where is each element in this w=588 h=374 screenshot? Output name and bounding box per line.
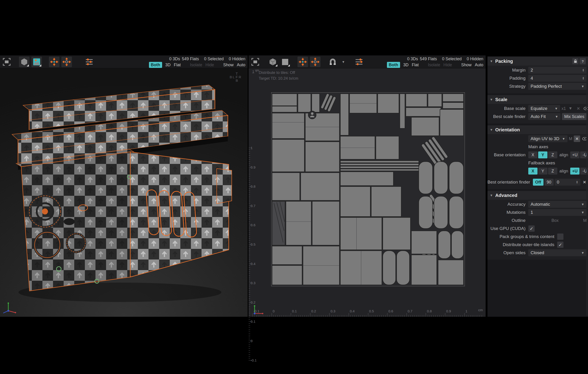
snap-button[interactable] (327, 56, 338, 67)
geometry-display-button[interactable] (19, 56, 30, 67)
toggle-3d[interactable]: 3D (403, 62, 409, 68)
panel-scrollbar[interactable] (586, 57, 588, 316)
display-settings-button-uv[interactable] (354, 56, 364, 67)
mode-flat-button[interactable] (280, 56, 291, 67)
ruler-tick (376, 315, 376, 317)
ruler-tick (249, 260, 250, 260)
toggle-both[interactable]: Both (149, 62, 162, 68)
axis-z-button[interactable]: Z (548, 152, 557, 158)
outline-m-button[interactable]: M (583, 218, 587, 223)
clear-icon[interactable]: ✕ (575, 105, 582, 112)
orientation-mode-row: Align UV to 3D ▼ M ✕ (487, 135, 587, 142)
ruler-label: 0 (251, 339, 252, 343)
margin-stepper[interactable]: ▲▼ (582, 68, 584, 72)
base-scale-dropdown[interactable]: Equalize ▼ (528, 105, 560, 112)
lock-button[interactable] (572, 58, 578, 64)
ruler-tick (249, 258, 250, 258)
fallback-axis-z-button[interactable]: Z (548, 168, 557, 175)
pack-islands-button[interactable] (49, 56, 60, 67)
section-title: Scale (495, 97, 507, 102)
toggle-auto[interactable]: Auto (475, 62, 483, 68)
packing-panel: ▼ Packing ? Margin 2 ▲▼ (487, 56, 588, 317)
expand-islands-button[interactable] (61, 56, 72, 67)
accuracy-dropdown[interactable]: Automatic ▼ (528, 201, 587, 208)
orientation-m-button[interactable]: M (569, 136, 572, 141)
viewport-3d[interactable]: 0 3Ds549 Flats0 Selected0 Hidden Both 3D… (0, 55, 248, 317)
fallback-dir-plus-u-button[interactable]: +U (570, 168, 579, 175)
ruler-tick (283, 315, 284, 317)
toggle-3d[interactable]: 3D (165, 62, 171, 68)
frame-view-button-uv[interactable] (250, 56, 261, 67)
expand-islands-button-uv[interactable] (310, 56, 321, 67)
viewport-uv[interactable]: ▼ 0 3Ds549 Flats0 Selected0 Hidden Both … (249, 55, 486, 317)
padding-input[interactable]: 4 ▲▼ (528, 75, 587, 82)
fallback-axis-x-button[interactable]: X (528, 168, 537, 175)
ruler-tick (254, 315, 254, 317)
status-counts: 0 3Ds549 Flats0 Selected0 Hidden (387, 56, 483, 62)
uv-ruler-bottom: -0.100.10.20.30.40.50.60.70.80.91 (249, 308, 486, 317)
axis-y-button[interactable]: Y (538, 152, 547, 158)
section-scale-header[interactable]: ▼ Scale (487, 95, 588, 104)
toggle-isolate[interactable]: Isolate (428, 62, 440, 68)
uv-islands-canvas (271, 92, 465, 286)
padding-stepper[interactable]: ▲▼ (582, 77, 584, 80)
pack-islands-button-uv[interactable] (297, 56, 308, 67)
toggle-both[interactable]: Both (387, 62, 400, 68)
check-icon: ✓ (558, 242, 562, 247)
ruler-tick (249, 240, 250, 241)
dir-plus-u-button[interactable]: +U (570, 152, 579, 158)
toggle-auto[interactable]: Auto (237, 62, 245, 68)
ruler-tick (249, 291, 250, 291)
ruler-tick (437, 315, 438, 317)
section-orientation-header[interactable]: ▼ Orientation (487, 125, 588, 134)
ruler-tick (296, 315, 297, 317)
ruler-tick (478, 315, 478, 317)
toggle-flat[interactable]: Flat (174, 62, 181, 68)
ruler-tick (366, 315, 366, 317)
snap-options-button[interactable]: ▼ (340, 56, 347, 67)
ruler-tick (249, 275, 250, 275)
fallback-axis-y-button[interactable]: Y (538, 168, 547, 175)
axis-x-button[interactable]: X (528, 152, 537, 158)
orientation-finder-input[interactable]: 0 ▲▼ (555, 179, 580, 186)
clear-icon[interactable]: ✕ (574, 135, 580, 142)
orientation-finder-off-button[interactable]: Off (533, 179, 544, 186)
strategy-dropdown[interactable]: Padding Perfect ▼ (528, 83, 587, 90)
pack-groups-checkbox[interactable] (557, 233, 564, 240)
outline-row: Outline Box M (487, 217, 587, 224)
mode-3d-button[interactable] (267, 56, 278, 67)
display-settings-button[interactable] (84, 56, 94, 67)
help-button[interactable]: ? (580, 58, 586, 64)
chevron-down-icon[interactable]: ▼ (567, 105, 574, 112)
mutations-dropdown[interactable]: 1 ▼ (528, 209, 587, 216)
toggle-flat[interactable]: Flat (412, 62, 419, 68)
best-scale-finder-dropdown[interactable]: Auto Fit ▼ (528, 113, 561, 120)
orientation-finder-step-button[interactable]: 90 (545, 179, 554, 186)
mix-scales-button[interactable]: Mix Scales (562, 113, 587, 120)
margin-input[interactable]: 2 ▲▼ (528, 67, 587, 74)
ruler-tick (314, 315, 314, 317)
ruler-tick (457, 315, 457, 317)
toggle-isolate[interactable]: Isolate (190, 62, 202, 68)
section-packing-header[interactable]: ▼ Packing ? (487, 57, 588, 66)
toggle-show[interactable]: Show (461, 62, 472, 68)
distribute-checkbox[interactable]: ✓ (557, 242, 564, 248)
toggle-show[interactable]: Show (223, 62, 234, 68)
frame-view-button[interactable] (1, 56, 12, 67)
section-advanced-header[interactable]: ▼ Advanced (487, 191, 588, 200)
toggle-hide[interactable]: Hide (443, 62, 452, 68)
pack-outward-icon (62, 57, 71, 66)
ruler-tick (270, 315, 270, 317)
ruler-tick (249, 269, 250, 270)
ruler-tick (249, 246, 250, 246)
toggle-hide[interactable]: Hide (205, 62, 214, 68)
ruler-tick (249, 169, 250, 169)
finder-stepper[interactable]: ▲▼ (576, 181, 578, 184)
ruler-tick (331, 315, 332, 317)
pack-outward-icon (311, 57, 320, 66)
open-sides-dropdown[interactable]: Closed ▼ (528, 249, 587, 256)
orientation-mode-dropdown[interactable]: Align UV to 3D ▼ (528, 135, 567, 142)
texture-display-button[interactable] (31, 56, 42, 67)
chevron-down-icon: ▼ (490, 98, 493, 101)
gpu-checkbox[interactable]: ✓ (528, 225, 535, 232)
